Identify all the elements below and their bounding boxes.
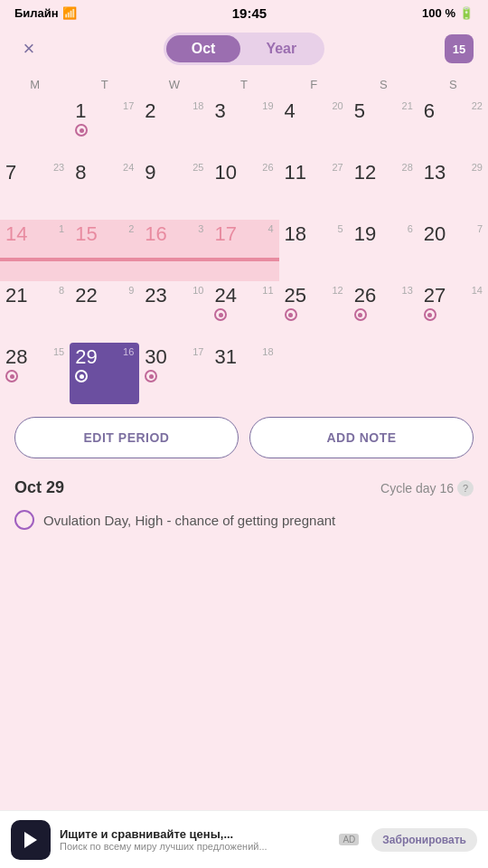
empty-cell-5s1	[349, 343, 418, 404]
ad-banner: Ищите и сравнивайте цены,... Поиск по вс…	[0, 810, 488, 868]
day-27-dot	[424, 308, 436, 321]
day-header-m: M	[0, 76, 70, 93]
status-time: 19:45	[232, 5, 267, 21]
week-5: 15 28 16 29 17 30 18 31	[0, 343, 488, 404]
status-battery: 100 % 🔋	[422, 6, 474, 20]
cal-day-20[interactable]: 7 20	[418, 220, 488, 281]
day-29-dot	[75, 370, 88, 382]
cal-day-19[interactable]: 6 19	[349, 220, 418, 281]
ad-title: Ищите и сравнивайте цены,...	[60, 827, 326, 841]
cal-day-26[interactable]: 13 26	[349, 281, 418, 343]
day-30-dot	[145, 370, 157, 382]
tab-year[interactable]: Year	[240, 35, 322, 62]
cal-day-23[interactable]: 10 23	[139, 281, 209, 343]
empty-cell	[0, 97, 70, 158]
cal-day-7[interactable]: 23 7	[0, 158, 70, 220]
cal-day-24[interactable]: 11 24	[209, 281, 278, 343]
cal-day-11[interactable]: 27 11	[279, 158, 349, 220]
calendar: 17 1 18 2 19 3 20 4 21 5 22 6 23 7	[0, 97, 488, 404]
day-24-dot	[214, 308, 227, 321]
empty-cell-5s2	[418, 343, 488, 404]
day-headers: M T W T F S S	[0, 72, 488, 97]
cycle-day-text: Cycle day 16	[380, 481, 454, 495]
week-2: 23 7 24 8 25 9 26 10 27 11 28 12 29 13	[0, 158, 488, 220]
cal-day-13[interactable]: 29 13	[418, 158, 488, 220]
cal-day-2[interactable]: 18 2	[139, 97, 209, 158]
cal-day-3[interactable]: 19 3	[209, 97, 278, 158]
status-bar: Билайн 📶 19:45 100 % 🔋	[0, 0, 488, 25]
cal-day-6[interactable]: 22 6	[418, 97, 488, 158]
cal-day-5[interactable]: 21 5	[349, 97, 418, 158]
cycle-day-info: Cycle day 16 ?	[380, 480, 474, 496]
close-button[interactable]: ×	[14, 34, 43, 63]
ad-text-block: Ищите и сравнивайте цены,... Поиск по вс…	[60, 827, 326, 852]
selected-date: Oct 29	[14, 478, 64, 497]
empty-cell-5f	[279, 343, 349, 404]
cal-day-15[interactable]: 2 15	[70, 220, 139, 281]
carrier-name: Билайн	[14, 6, 59, 20]
ovulation-text: Ovulation Day, High - chance of getting …	[43, 513, 335, 528]
day-26-dot	[354, 308, 367, 321]
day-header-t1: T	[70, 76, 139, 93]
tab-oct[interactable]: Oct	[166, 35, 241, 62]
header: × Oct Year 15	[0, 25, 488, 72]
day-header-t2: T	[209, 76, 278, 93]
action-buttons: EDIT PERIOD ADD NOTE	[0, 404, 488, 471]
content-spacer	[0, 539, 488, 611]
ovulation-info: Ovulation Day, High - chance of getting …	[0, 501, 488, 539]
wifi-icon: 📶	[62, 6, 77, 20]
cal-day-10[interactable]: 26 10	[209, 158, 278, 220]
view-switcher: Oct Year	[164, 33, 324, 65]
week-3: 1 14 2 15 3 16 4 17 5 18 6 19 7 20	[0, 220, 488, 281]
battery-text: 100 %	[422, 6, 455, 20]
cal-day-31[interactable]: 18 31	[209, 343, 278, 404]
cal-day-17[interactable]: 4 17	[209, 220, 278, 281]
cal-day-14[interactable]: 1 14	[0, 220, 70, 281]
cal-day-21[interactable]: 8 21	[0, 281, 70, 343]
cal-day-4[interactable]: 20 4	[279, 97, 349, 158]
day-header-s1: S	[349, 76, 418, 93]
ovulation-icon	[14, 510, 34, 530]
cal-day-16[interactable]: 3 16	[139, 220, 209, 281]
day-28-dot	[5, 370, 18, 382]
day-1-dot	[75, 124, 88, 137]
cal-day-27[interactable]: 14 27	[418, 281, 488, 343]
cal-day-18[interactable]: 5 18	[279, 220, 349, 281]
week-1: 17 1 18 2 19 3 20 4 21 5 22 6	[0, 97, 488, 158]
help-icon[interactable]: ?	[457, 480, 474, 496]
ad-cta-button[interactable]: Забронировать	[371, 828, 477, 852]
edit-period-button[interactable]: EDIT PERIOD	[14, 417, 239, 458]
cal-day-12[interactable]: 28 12	[349, 158, 418, 220]
ad-badge: AD	[339, 834, 359, 845]
period-bar	[0, 258, 279, 261]
cal-day-25[interactable]: 12 25	[279, 281, 349, 343]
cal-day-22[interactable]: 9 22	[70, 281, 139, 343]
add-note-button[interactable]: ADD NOTE	[249, 417, 474, 458]
ad-app-icon	[11, 820, 51, 860]
cal-day-30[interactable]: 17 30	[139, 343, 209, 404]
today-calendar-icon[interactable]: 15	[445, 34, 474, 63]
day-25-dot	[285, 308, 297, 321]
day-header-s2: S	[418, 76, 488, 93]
play-icon	[20, 829, 42, 851]
status-carrier: Билайн 📶	[14, 6, 77, 20]
week-4: 8 21 9 22 10 23 11 24 12 25 13 26 14 27	[0, 281, 488, 343]
cal-day-28[interactable]: 15 28	[0, 343, 70, 404]
cal-day-9[interactable]: 25 9	[139, 158, 209, 220]
cal-day-29[interactable]: 16 29	[70, 343, 139, 404]
ad-subtitle: Поиск по всему миру лучших предложений..…	[60, 841, 326, 852]
cal-day-1[interactable]: 17 1	[70, 97, 139, 158]
cal-day-8[interactable]: 24 8	[70, 158, 139, 220]
day-header-w: W	[139, 76, 209, 93]
date-info-section: Oct 29 Cycle day 16 ?	[0, 471, 488, 501]
day-header-f: F	[279, 76, 349, 93]
battery-icon: 🔋	[459, 6, 474, 20]
svg-marker-0	[24, 832, 37, 848]
